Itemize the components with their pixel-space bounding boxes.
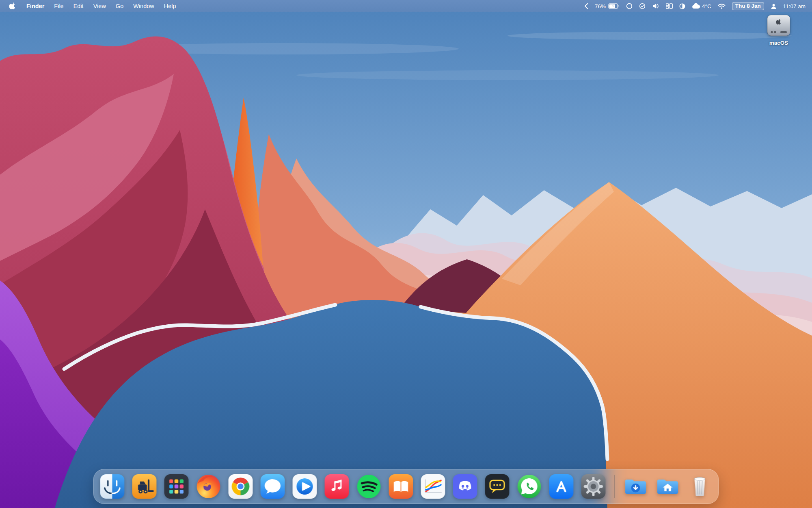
dock-item-trash[interactable] (687, 473, 713, 500)
clock-display[interactable]: 11:07 am (783, 3, 806, 9)
downloads-folder-icon (622, 473, 649, 500)
app-store-icon (548, 473, 575, 500)
weather-status[interactable]: 4°C (692, 3, 711, 9)
trash-icon (687, 473, 713, 500)
apple-logo-icon (9, 2, 16, 10)
dock (93, 469, 719, 504)
wifi-icon (718, 3, 726, 9)
apple-menu[interactable] (6, 2, 22, 10)
menu-bar-left: Finder File Edit View Go Window Help (6, 0, 181, 12)
date-display[interactable]: Thu 8 Jan (732, 2, 764, 10)
dock-item-chat[interactable] (484, 473, 511, 500)
books-icon (388, 473, 415, 500)
ring-icon (626, 3, 633, 9)
internal-drive-icon (764, 14, 794, 39)
volume-status[interactable] (652, 3, 659, 9)
dock-item-app-store[interactable] (548, 473, 575, 500)
chat-bubble-icon (484, 473, 511, 500)
dock-item-media-player[interactable] (292, 473, 318, 500)
battery-status[interactable]: 76% (595, 3, 620, 9)
discord-icon (452, 473, 479, 500)
menu-bar: Finder File Edit View Go Window Help 76% (0, 0, 812, 12)
user-icon (771, 3, 777, 9)
dock-item-firefox[interactable] (195, 473, 222, 500)
volume-label: macOS (769, 40, 788, 46)
dock-item-home-folder[interactable] (654, 473, 681, 500)
dock-item-charts[interactable] (420, 473, 447, 500)
temperature-label: 4°C (702, 3, 711, 9)
hidden-items-chevron[interactable] (584, 3, 588, 9)
dock-item-downloads-folder[interactable] (622, 473, 649, 500)
dock-item-forklift[interactable] (131, 473, 158, 500)
finder-icon (99, 473, 126, 500)
dock-item-music[interactable] (324, 473, 350, 500)
home-folder-icon (654, 473, 681, 500)
messages-icon (259, 473, 286, 500)
desktop-volume-macos[interactable]: macOS (758, 14, 800, 46)
app-menu-finder[interactable]: Finder (22, 0, 49, 12)
check-circle-icon (639, 3, 646, 9)
spotify-icon (356, 473, 382, 500)
dock-separator (614, 475, 615, 498)
ring-status[interactable] (626, 3, 633, 9)
dock-item-launchpad[interactable] (163, 473, 190, 500)
menu-help[interactable]: Help (159, 0, 181, 12)
menu-file[interactable]: File (49, 0, 68, 12)
window-tiles-icon (666, 3, 673, 9)
wifi-status[interactable] (718, 3, 726, 9)
menu-edit[interactable]: Edit (69, 0, 89, 12)
launchpad-icon (163, 473, 190, 500)
speaker-icon (652, 3, 659, 9)
half-circle-icon (679, 3, 685, 9)
chevron-left-icon (584, 3, 588, 9)
dock-item-discord[interactable] (452, 473, 479, 500)
cloud-icon (692, 3, 700, 9)
dock-item-messages[interactable] (259, 473, 286, 500)
dock-item-finder[interactable] (99, 473, 126, 500)
chrome-icon (227, 473, 254, 500)
dock-item-system-settings[interactable] (580, 473, 607, 500)
firefox-icon (195, 473, 222, 500)
gear-icon (580, 473, 607, 500)
music-icon (324, 473, 350, 500)
window-tiles-status[interactable] (666, 3, 673, 9)
battery-percent: 76% (595, 3, 606, 9)
media-player-icon (292, 473, 318, 500)
dock-item-books[interactable] (388, 473, 415, 500)
menu-view[interactable]: View (89, 0, 111, 12)
whatsapp-icon (516, 473, 543, 500)
battery-icon (608, 3, 620, 9)
charts-icon (420, 473, 447, 500)
dock-item-chrome[interactable] (227, 473, 254, 500)
menu-bar-status: 76% 4°C Thu 8 Ja (584, 2, 806, 10)
menu-go[interactable]: Go (111, 0, 128, 12)
menu-window[interactable]: Window (128, 0, 159, 12)
forklift-icon (131, 473, 158, 500)
dock-item-spotify[interactable] (356, 473, 382, 500)
check-status[interactable] (639, 3, 646, 9)
user-menu[interactable] (771, 3, 777, 9)
contrast-status[interactable] (679, 3, 685, 9)
desktop-wallpaper (0, 0, 812, 508)
dock-item-whatsapp[interactable] (516, 473, 543, 500)
